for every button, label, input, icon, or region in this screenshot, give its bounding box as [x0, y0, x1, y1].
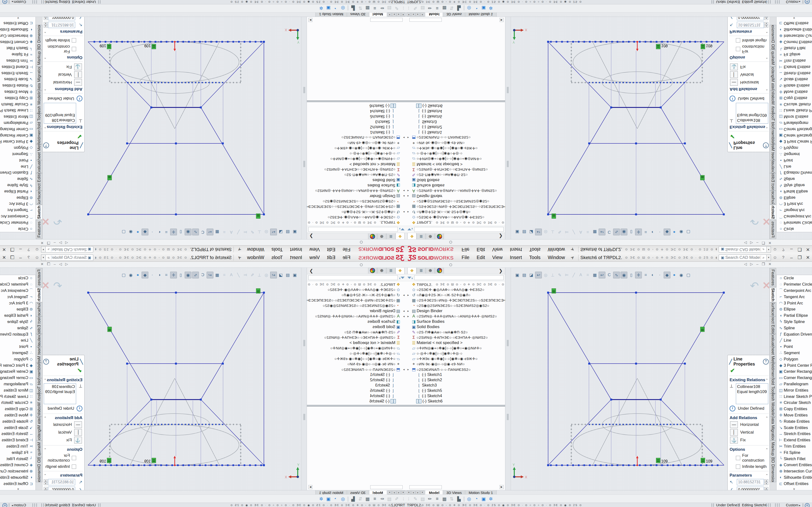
tool-extend-entities[interactable]: ⊢Extend Entities: [776, 437, 812, 443]
search-dropdown-button[interactable]: ▾: [41, 246, 45, 253]
tool-ellipse[interactable]: ⊜Ellipse: [0, 194, 36, 201]
tool-trim-entities[interactable]: ✂Trim Entities: [0, 58, 36, 64]
tool-partial-ellipse[interactable]: ◖Partial Ellipse: [776, 313, 812, 319]
cm-tab-sketch[interactable]: Sketch: [36, 205, 43, 220]
bottom-toolbar-icon[interactable]: ◎: [465, 496, 473, 502]
bottom-toolbar-icon[interactable]: ≡: [434, 496, 441, 501]
headsup-icon[interactable]: ◐: [650, 272, 656, 278]
bottom-toolbar-icon[interactable]: ◔: [473, 6, 480, 11]
headsup-icon[interactable]: ↩: [535, 272, 542, 278]
tool-spline[interactable]: ∿Spline: [776, 176, 812, 182]
headsup-icon[interactable]: A: [577, 272, 584, 278]
tree-item[interactable]: ◔○2Ѕ◉◎2ЅИNЗЄ2Ѕ○·○Ѕ2ЄЗNИЅ2◎◉Ѕ2○: [406, 303, 505, 308]
headsup-icon[interactable]: ⊥: [550, 229, 556, 235]
pin-icon[interactable]: ➤: [236, 254, 243, 261]
doc-tab-motion-study-1[interactable]: Motion Study 1: [316, 490, 347, 495]
panel-flyout-button[interactable]: ▶: [500, 485, 504, 489]
help-icon[interactable]: ?: [779, 245, 788, 253]
headsup-icon[interactable]: ●: [671, 229, 677, 235]
headsup-icon[interactable]: ◐: [156, 272, 162, 278]
tool-3-point-center-recta-[interactable]: ◆3 Point Center Recta...: [0, 138, 36, 145]
relation-item[interactable]: Collinear108: [45, 118, 75, 123]
headsup-icon[interactable]: ⌗: [585, 272, 591, 278]
add-relation-vertical[interactable]: │Vertical: [728, 71, 770, 78]
tree-item[interactable]: ❖TЯPDL2.⊙ ЗЄ ⊙ Ш ⊙ ◦ ⊙ ✛ ⊙ ЭС ⊙ ЗЄ ⊙ · ⊙…: [307, 282, 406, 287]
tool-point[interactable]: ▪Point: [776, 344, 812, 350]
cm-tab-markup[interactable]: Markup: [36, 50, 43, 66]
tab-nav-button[interactable]: ⯈: [388, 12, 392, 16]
child-window-button[interactable]: ▷: [59, 262, 62, 266]
globe-icon[interactable]: ◍: [2, 503, 7, 507]
tab-nav-button[interactable]: ⯈: [420, 12, 424, 16]
add-relation-horizontal[interactable]: —Horizontal: [42, 421, 84, 429]
tree-item[interactable]: ▦○2Ѕ✛ЗЄ2Ѕ○ИN◎·✛ЭСЗЄПЗЄ2Ѕ○·○Ѕ2ЄЗПЄЗСЭ✛·◎N…: [307, 204, 406, 209]
headsup-icon[interactable]: ·: [657, 229, 663, 235]
tool-move-entities[interactable]: ✛Move Entities: [776, 412, 812, 418]
spinner[interactable]: ▲▼: [44, 479, 48, 485]
bottom-toolbar-icon[interactable]: ◔: [332, 496, 339, 501]
tool-centerpoint-arc[interactable]: ⌒Centerpoint Arc: [776, 213, 812, 220]
tree-item[interactable]: ⌖○ИN·9є·◉◎○·○◎◉·є9·NИ○: [406, 140, 505, 146]
relations-listbox[interactable]: Collinear108Equal length109: [44, 383, 76, 404]
tree-item[interactable]: ◔○2Ѕ◉◎2ЅИNЗЄ2Ѕ○·○Ѕ2ЄЗNИЅ2◎◉Ѕ2○: [307, 303, 406, 308]
cm-tab-evaluate[interactable]: Evaluate: [36, 334, 43, 347]
panel-flyout-button[interactable]: ▶: [308, 485, 312, 489]
tool-segment[interactable]: ∴Segment: [776, 350, 812, 356]
child-window-button[interactable]: ❐: [47, 241, 50, 245]
bottom-toolbar-icon[interactable]: ✎: [412, 496, 419, 502]
headsup-icon[interactable]: ◆: [142, 229, 148, 235]
tree-item[interactable]: ☰Material < not specified >: [307, 162, 406, 167]
tree-item[interactable]: ☰Material < not specified >: [406, 162, 505, 167]
headsup-icon[interactable]: ↩: [599, 229, 605, 235]
checkbox[interactable]: [736, 38, 740, 43]
relation-item[interactable]: Equal length109: [45, 113, 75, 118]
cm-tab-sketch[interactable]: Sketch: [36, 287, 43, 302]
tree-filter-input[interactable]: [308, 275, 398, 280]
cm-tab-mbd-dimensions[interactable]: MBD Dimensions: [36, 457, 43, 482]
menu-edit[interactable]: Edit: [473, 253, 489, 262]
close-button[interactable]: ✕: [0, 245, 8, 253]
child-window-button[interactable]: –: [54, 241, 56, 245]
headsup-icon[interactable]: ╱: [570, 272, 577, 278]
relation-item[interactable]: Equal length109: [737, 113, 767, 118]
checkbox[interactable]: [736, 47, 740, 51]
headsup-icon[interactable]: ◎: [543, 229, 549, 235]
relation-item[interactable]: Equal length109: [45, 389, 75, 394]
bottom-toolbar-icon[interactable]: ✲: [487, 6, 495, 11]
tree-item[interactable]: ▸↺○Л◉◎✛2Ѕ·Ж○·○Ж·Ѕ2✛◎◉Л○: [406, 292, 505, 298]
panel-splitter[interactable]: [505, 268, 511, 490]
option-infinite-length[interactable]: Infinite length: [728, 37, 770, 44]
tool-scale-entities[interactable]: ↘Scale Entities: [776, 425, 812, 431]
cm-tab-data-migration[interactable]: Data Migration: [769, 417, 776, 440]
cm-tab-direct-editing[interactable]: Direct Editing: [769, 173, 776, 191]
tool-mirror-entities[interactable]: ◫Mirror Entities: [776, 114, 812, 120]
cm-tab-mesh-modeling[interactable]: Mesh Modeling: [36, 91, 43, 113]
headsup-icon[interactable]: ◉: [128, 272, 134, 278]
tree-item[interactable]: ⌊Sketch3: [307, 119, 406, 124]
tree-item[interactable]: ▣Solid Bodies: [307, 177, 406, 183]
cm-tab-weldments[interactable]: Weldments: [769, 363, 776, 378]
tool-tangent-arc[interactable]: ⌐Tangent Arc: [0, 294, 36, 300]
tool-sketch-fillet[interactable]: └Sketch Fillet: [776, 45, 812, 51]
tool-style-spline[interactable]: ϟStyle Spline: [776, 319, 812, 325]
tool-convert-entities[interactable]: ◈Convert Entities: [0, 462, 36, 468]
bottom-toolbar-icon[interactable]: ≡: [371, 6, 378, 11]
fm-tab-displaymanager[interactable]: [435, 267, 444, 274]
cm-tab-weldments[interactable]: Weldments: [769, 129, 776, 144]
pm-help-icon[interactable]: ?: [763, 359, 769, 364]
expander-icon[interactable]: ▸: [401, 368, 405, 371]
tree-item[interactable]: ▸▤Design Binder: [406, 193, 505, 199]
cm-tab-mesh-modeling[interactable]: Mesh Modeling: [36, 394, 43, 416]
more-tools-chevron[interactable]: »: [16, 13, 20, 36]
pin-icon[interactable]: ➤: [569, 246, 576, 253]
tool-sketch-fillet[interactable]: └Sketch Fillet: [0, 45, 36, 51]
tree-item[interactable]: ⌊(-) Sketch4: [307, 108, 406, 114]
headsup-icon[interactable]: ●: [671, 272, 677, 278]
tool-point[interactable]: ▪Point: [0, 344, 36, 350]
tool-trim-entities[interactable]: ✂Trim Entities: [776, 443, 812, 450]
status-display-mode[interactable]: Custom: [13, 0, 26, 4]
cm-tab-features[interactable]: Features: [769, 220, 776, 239]
close-button[interactable]: ✕: [0, 253, 8, 262]
tool-convert-entities[interactable]: ◈Convert Entities: [776, 462, 812, 468]
add-relation-horizontal[interactable]: —Horizontal: [728, 78, 770, 86]
